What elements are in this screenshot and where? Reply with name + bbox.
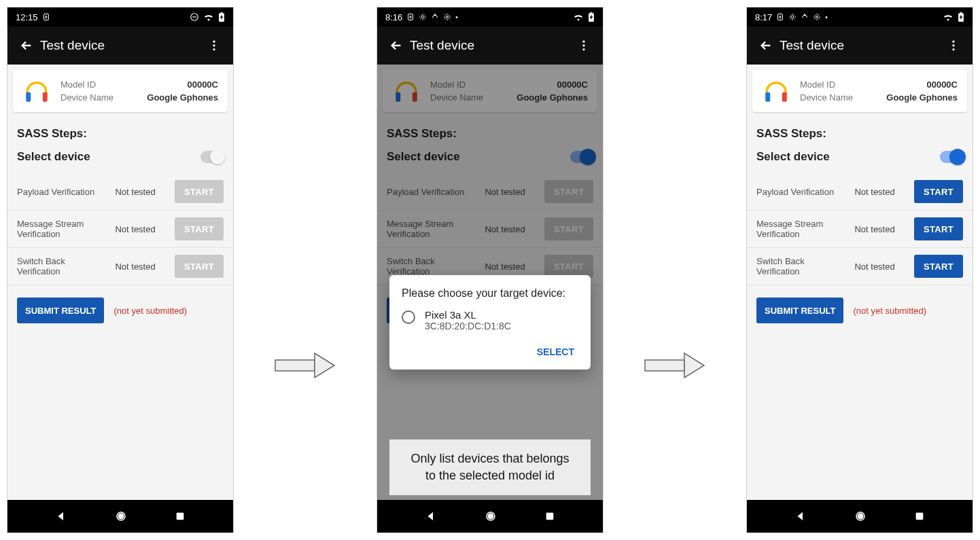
model-id-label: Model ID bbox=[800, 79, 835, 90]
overflow-menu-button[interactable] bbox=[200, 39, 228, 52]
svg-point-33 bbox=[952, 44, 954, 46]
sun-icon bbox=[788, 13, 797, 21]
start-button[interactable]: START bbox=[914, 255, 963, 278]
step-row: Payload Verification Not tested START bbox=[7, 173, 233, 211]
nav-bar bbox=[7, 500, 233, 533]
nav-recents-button[interactable] bbox=[544, 511, 555, 522]
svg-point-4 bbox=[213, 41, 215, 43]
back-button[interactable] bbox=[13, 38, 40, 53]
submit-result-button[interactable]: SUBMIT RESULT bbox=[756, 298, 843, 323]
wifi-icon bbox=[203, 13, 214, 21]
model-id-label: Model ID bbox=[60, 79, 96, 90]
nav-back-button[interactable] bbox=[55, 510, 67, 522]
select-device-label: Select device bbox=[756, 150, 830, 164]
svg-rect-26 bbox=[645, 360, 684, 371]
status-bar: 8:16 • bbox=[377, 7, 603, 26]
svg-point-5 bbox=[213, 44, 215, 46]
svg-rect-39 bbox=[916, 513, 924, 520]
sun-icon bbox=[419, 13, 427, 21]
page-title: Test device bbox=[40, 38, 200, 53]
submit-hint: (not yet submitted) bbox=[113, 306, 187, 316]
step-status: Not tested bbox=[115, 262, 169, 272]
radio-icon[interactable] bbox=[402, 310, 415, 324]
battery-icon bbox=[588, 12, 595, 22]
overflow-menu-button[interactable] bbox=[940, 39, 967, 52]
svg-rect-17 bbox=[590, 12, 592, 14]
select-device-label: Select device bbox=[17, 150, 90, 164]
content-area: Model ID00000C Device NameGoogle Gphones… bbox=[747, 65, 973, 500]
back-button[interactable] bbox=[383, 38, 410, 53]
device-name-value: Google Gphones bbox=[886, 92, 958, 103]
nav-home-button[interactable] bbox=[115, 510, 127, 522]
start-button[interactable]: START bbox=[175, 255, 224, 278]
svg-point-6 bbox=[213, 48, 215, 50]
hotspot-icon bbox=[431, 13, 439, 21]
step-status: Not tested bbox=[854, 224, 909, 234]
content-area: Model ID00000C Device NameGoogle Gphones… bbox=[377, 65, 603, 500]
model-id-value: 00000C bbox=[926, 79, 958, 90]
start-button[interactable]: START bbox=[914, 180, 963, 203]
nav-home-button[interactable] bbox=[854, 510, 867, 522]
nav-recents-button[interactable] bbox=[914, 511, 925, 522]
gear-icon bbox=[813, 13, 821, 21]
page-title: Test device bbox=[410, 38, 570, 53]
phone-screen-1: 12:15 Test device bbox=[7, 7, 234, 533]
content-area: Model ID 00000C Device Name Google Gphon… bbox=[7, 65, 233, 500]
svg-rect-25 bbox=[546, 513, 554, 520]
nav-bar bbox=[377, 500, 603, 533]
debug-icon bbox=[406, 13, 415, 21]
status-time: 12:15 bbox=[16, 12, 38, 22]
submit-result-button[interactable]: SUBMIT RESULT bbox=[17, 298, 104, 323]
device-name-value: Google Gphones bbox=[147, 92, 218, 103]
app-bar: Test device bbox=[747, 26, 973, 65]
start-button[interactable]: START bbox=[914, 217, 963, 240]
svg-point-29 bbox=[816, 16, 818, 18]
svg-rect-7 bbox=[26, 92, 31, 102]
device-name-label: Device Name bbox=[800, 92, 853, 103]
battery-icon bbox=[958, 12, 964, 22]
page-title: Test device bbox=[780, 38, 940, 53]
back-button[interactable] bbox=[752, 38, 780, 53]
debug-icon bbox=[42, 13, 50, 21]
nav-recents-button[interactable] bbox=[175, 511, 186, 522]
device-option-mac: 3C:8D:20:DC:D1:8C bbox=[425, 321, 511, 331]
submit-hint: (not yet submitted) bbox=[853, 306, 926, 316]
phone-screen-2: 8:16 • Test device Model ID00000C bbox=[377, 7, 603, 533]
device-option-name: Pixel 3a XL bbox=[425, 309, 511, 321]
battery-icon bbox=[218, 12, 225, 22]
step-name: Message Stream Verification bbox=[17, 219, 109, 239]
headphones-icon bbox=[22, 77, 51, 105]
model-id-value: 00000C bbox=[187, 79, 218, 90]
step-name: Payload Verification bbox=[17, 187, 109, 197]
step-row: Switch Back VerificationNot testedSTART bbox=[747, 248, 973, 285]
dialog-title: Please choose your target device: bbox=[402, 287, 578, 300]
select-device-toggle[interactable] bbox=[200, 151, 224, 163]
dot-icon: • bbox=[455, 14, 458, 21]
app-bar: Test device bbox=[7, 26, 233, 65]
nav-back-button[interactable] bbox=[425, 510, 437, 522]
annotation-caption: Only list devices that belongs to the se… bbox=[389, 439, 591, 495]
nav-back-button[interactable] bbox=[794, 510, 807, 522]
flow-arrow bbox=[275, 350, 336, 380]
wifi-icon bbox=[943, 13, 953, 21]
svg-point-18 bbox=[582, 41, 584, 43]
start-button[interactable]: START bbox=[175, 217, 224, 240]
start-button[interactable]: START bbox=[175, 180, 224, 203]
step-name: Message Stream Verification bbox=[756, 219, 849, 239]
device-option[interactable]: Pixel 3a XL 3C:8D:20:DC:D1:8C bbox=[402, 309, 578, 331]
svg-rect-36 bbox=[782, 92, 787, 102]
nav-home-button[interactable] bbox=[485, 510, 497, 522]
step-status: Not tested bbox=[854, 187, 909, 197]
device-card: Model ID 00000C Device Name Google Gphon… bbox=[13, 70, 228, 112]
gear-icon bbox=[443, 13, 451, 21]
overflow-menu-button[interactable] bbox=[570, 39, 597, 52]
headphones-icon bbox=[762, 77, 790, 105]
step-row: Message Stream VerificationNot testedSTA… bbox=[747, 211, 973, 248]
select-device-toggle[interactable] bbox=[940, 151, 963, 163]
svg-rect-12 bbox=[275, 360, 315, 371]
step-name: Payload Verification bbox=[756, 187, 849, 197]
phone-screen-3: 8:17 • Test device Model ID00000C bbox=[746, 7, 973, 533]
device-name-label: Device Name bbox=[60, 92, 113, 103]
svg-point-38 bbox=[858, 514, 863, 519]
dialog-select-button[interactable]: SELECT bbox=[533, 341, 578, 363]
